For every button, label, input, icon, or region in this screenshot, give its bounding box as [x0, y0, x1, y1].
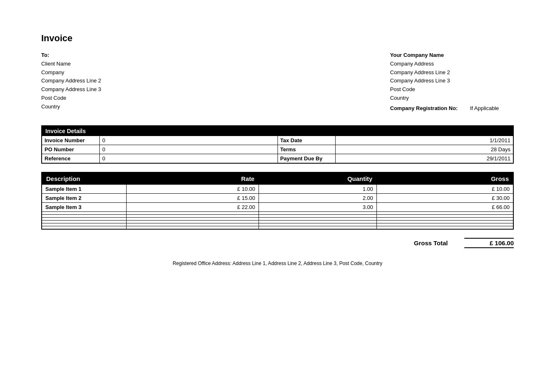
po-number-value: 0: [100, 145, 278, 154]
client-post-code: Post Code: [41, 94, 101, 103]
table-row: [42, 214, 513, 217]
invoice-details-body: Invoice Number 0 PO Number 0 Reference 0…: [42, 136, 513, 163]
details-right: Tax Date 1/1/2011 Terms 28 Days Payment …: [278, 136, 513, 163]
po-number-label: PO Number: [42, 145, 100, 154]
item-rate: [127, 223, 259, 226]
client-address-line3: Company Address Line 3: [41, 85, 101, 94]
item-gross: [376, 217, 513, 220]
gross-total-value: £ 106.00: [464, 238, 514, 248]
item-quantity: [259, 217, 376, 220]
tax-date-value: 1/1/2011: [336, 136, 513, 145]
details-left: Invoice Number 0 PO Number 0 Reference 0: [42, 136, 278, 163]
company-reg-value: If Applicable: [470, 104, 499, 113]
company-reg-row: Company Registration No: If Applicable: [390, 104, 514, 113]
table-row: Sample Item 3£ 22.003.00£ 66.00: [42, 202, 513, 211]
col-rate: Rate: [127, 172, 259, 185]
item-rate: £ 10.00: [127, 185, 259, 194]
item-gross: [376, 214, 513, 217]
item-description: Sample Item 1: [42, 185, 127, 194]
col-gross: Gross: [376, 172, 513, 185]
invoice-details-section: Invoice Details Invoice Number 0 PO Numb…: [41, 125, 514, 164]
item-quantity: [259, 211, 376, 214]
item-gross: £ 66.00: [376, 202, 513, 211]
table-row: Sample Item 2£ 15.002.00£ 30.00: [42, 193, 513, 202]
invoice-number-label: Invoice Number: [42, 136, 100, 145]
terms-label: Terms: [278, 145, 336, 154]
invoice-number-value: 0: [100, 136, 278, 145]
item-description: [42, 226, 127, 229]
reference-label: Reference: [42, 154, 100, 163]
payment-due-label: Payment Due By: [278, 154, 336, 163]
terms-value: 28 Days: [336, 145, 513, 154]
po-number-row: PO Number 0: [42, 145, 278, 154]
client-name: Client Name: [41, 60, 101, 68]
item-rate: [127, 211, 259, 214]
item-rate: £ 15.00: [127, 193, 259, 202]
tax-date-label: Tax Date: [278, 136, 336, 145]
gross-total-section: Gross Total £ 106.00: [41, 238, 514, 248]
item-quantity: 1.00: [259, 185, 376, 194]
invoice-details-header: Invoice Details: [42, 126, 513, 136]
header-section: To: Client Name Company Company Address …: [41, 51, 514, 113]
your-company-name: Your Company Name: [390, 51, 514, 60]
items-table-header-row: Description Rate Quantity Gross: [42, 172, 513, 185]
table-row: [42, 211, 513, 214]
client-country: Country: [41, 103, 101, 111]
item-gross: £ 10.00: [376, 185, 513, 194]
item-gross: [376, 223, 513, 226]
item-rate: [127, 226, 259, 229]
item-gross: [376, 226, 513, 229]
item-description: Sample Item 2: [42, 193, 127, 202]
item-rate: [127, 220, 259, 223]
item-description: [42, 223, 127, 226]
terms-row: Terms 28 Days: [278, 145, 513, 154]
payment-due-row: Payment Due By 29/1/2011: [278, 154, 513, 163]
client-address-line2: Company Address Line 2: [41, 77, 101, 85]
item-description: [42, 217, 127, 220]
footer: Registered Office Address: Address Line …: [41, 261, 514, 266]
item-rate: £ 22.00: [127, 202, 259, 211]
item-gross: [376, 211, 513, 214]
company-reg-label: Company Registration No:: [390, 104, 458, 113]
your-company-address: Company Address: [390, 60, 514, 68]
page: Invoice To: Client Name Company Company …: [0, 0, 555, 392]
invoice-number-row: Invoice Number 0: [42, 136, 278, 145]
your-company-address-line3: Company Address Line 3: [390, 77, 514, 85]
item-quantity: 3.00: [259, 202, 376, 211]
col-description: Description: [42, 172, 127, 185]
item-rate: [127, 214, 259, 217]
items-table: Description Rate Quantity Gross Sample I…: [41, 172, 514, 230]
item-gross: [376, 220, 513, 223]
item-description: [42, 214, 127, 217]
item-description: [42, 220, 127, 223]
table-row: [42, 217, 513, 220]
company-block: Your Company Name Company Address Compan…: [390, 51, 514, 113]
item-quantity: [259, 223, 376, 226]
item-description: [42, 211, 127, 214]
to-block: To: Client Name Company Company Address …: [41, 51, 101, 113]
item-rate: [127, 217, 259, 220]
item-gross: £ 30.00: [376, 193, 513, 202]
table-row: [42, 220, 513, 223]
item-description: Sample Item 3: [42, 202, 127, 211]
gross-total-label: Gross Total: [414, 239, 448, 246]
client-company: Company: [41, 68, 101, 77]
item-quantity: [259, 226, 376, 229]
your-company-address-line2: Company Address Line 2: [390, 68, 514, 77]
col-quantity: Quantity: [259, 172, 376, 185]
invoice-title: Invoice: [41, 33, 514, 44]
item-quantity: 2.00: [259, 193, 376, 202]
table-row: Sample Item 1£ 10.001.00£ 10.00: [42, 185, 513, 194]
payment-due-value: 29/1/2011: [336, 154, 513, 163]
reference-value: 0: [100, 154, 278, 163]
item-quantity: [259, 214, 376, 217]
tax-date-row: Tax Date 1/1/2011: [278, 136, 513, 145]
your-company-post-code: Post Code: [390, 85, 514, 94]
table-row: [42, 226, 513, 229]
table-row: [42, 223, 513, 226]
your-company-country: Country: [390, 94, 514, 103]
reference-row: Reference 0: [42, 154, 278, 163]
item-quantity: [259, 220, 376, 223]
to-label: To:: [41, 51, 101, 60]
